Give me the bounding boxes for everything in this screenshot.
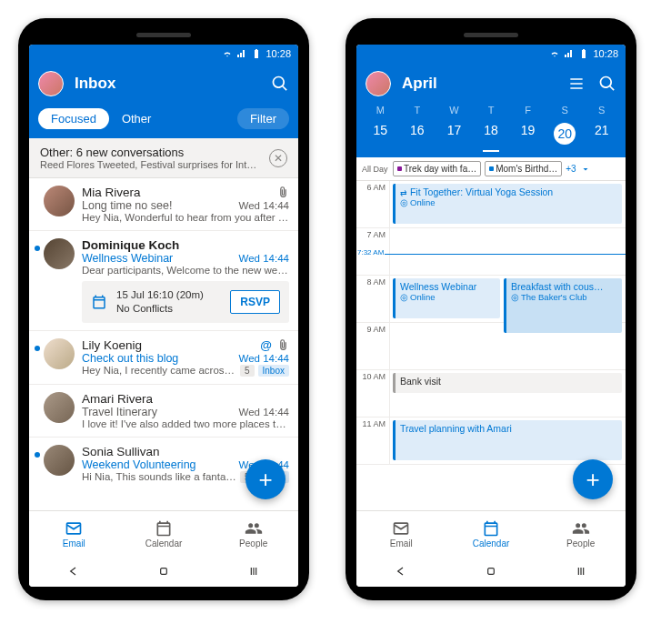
svg-rect-1 bbox=[488, 569, 495, 575]
wifi-icon bbox=[549, 48, 560, 59]
filter-button[interactable]: Filter bbox=[237, 108, 289, 129]
now-indicator: 7:32 AM bbox=[356, 248, 385, 257]
sender-avatar bbox=[44, 392, 75, 423]
nav-people[interactable]: People bbox=[536, 511, 626, 556]
phone-inbox: 10:28 Inbox Focused Other Filter Other: … bbox=[18, 18, 309, 600]
signal-icon bbox=[564, 48, 575, 59]
rsvp-card: 15 Jul 16:10 (20m) No Conflicts RSVP bbox=[82, 281, 289, 323]
page-title: Inbox bbox=[75, 75, 258, 93]
sender-avatar bbox=[44, 338, 75, 369]
dismiss-banner-icon[interactable]: ✕ bbox=[269, 149, 287, 167]
people-icon bbox=[572, 519, 590, 538]
mention-icon: @ bbox=[260, 338, 272, 352]
tab-other[interactable]: Other bbox=[109, 108, 165, 129]
search-icon[interactable] bbox=[271, 75, 289, 93]
email-item[interactable]: Mia Rivera Long time no see! Wed 14:44 H… bbox=[29, 178, 298, 231]
chevron-down-icon[interactable] bbox=[580, 164, 591, 175]
attachment-icon bbox=[277, 186, 289, 198]
profile-avatar[interactable] bbox=[366, 71, 391, 96]
nav-calendar[interactable]: Calendar bbox=[446, 511, 536, 556]
nav-calendar[interactable]: Calendar bbox=[119, 511, 209, 556]
unread-indicator bbox=[35, 246, 40, 251]
allday-row: All Day Trek day with fa… Mom's Birthd… … bbox=[356, 157, 626, 181]
allday-event-chip[interactable]: Trek day with fa… bbox=[393, 161, 481, 176]
status-bar: 10:28 bbox=[356, 45, 626, 63]
nav-email[interactable]: Email bbox=[356, 511, 446, 556]
rsvp-button[interactable]: RSVP bbox=[230, 290, 280, 314]
signal-icon bbox=[236, 48, 247, 59]
home-icon[interactable] bbox=[156, 564, 171, 579]
calendar-event[interactable]: Travel planning with Amari bbox=[393, 420, 622, 460]
email-item[interactable]: Lily Koenig @ Check out this blog Wed 14… bbox=[29, 331, 298, 385]
email-icon bbox=[65, 519, 83, 538]
date-cell[interactable]: 16 bbox=[399, 119, 436, 148]
wifi-icon bbox=[222, 48, 233, 59]
date-cell[interactable]: 17 bbox=[436, 119, 473, 148]
people-icon bbox=[245, 519, 263, 538]
recent-icon[interactable] bbox=[246, 564, 261, 579]
android-nav-bar bbox=[356, 556, 626, 587]
date-cell[interactable]: 15 bbox=[362, 119, 399, 148]
svg-rect-0 bbox=[161, 569, 167, 575]
calendar-icon bbox=[91, 294, 107, 310]
page-title: April bbox=[402, 75, 555, 93]
attachment-icon bbox=[277, 339, 289, 351]
tab-focused[interactable]: Focused bbox=[38, 108, 109, 129]
calendar-event[interactable]: Wellness Webinar ◎ Online bbox=[393, 278, 500, 318]
allday-more[interactable]: +3 bbox=[566, 164, 576, 174]
back-icon[interactable] bbox=[394, 564, 408, 579]
email-item[interactable]: Amari Rivera Travel Itinerary Wed 14:44 … bbox=[29, 385, 298, 438]
status-time: 10:28 bbox=[265, 48, 291, 59]
weekday-row: M T W T F S S bbox=[356, 105, 626, 116]
email-icon bbox=[392, 519, 410, 538]
count-badge: 5 bbox=[240, 365, 255, 377]
folder-badge: Inbox bbox=[258, 365, 289, 377]
profile-avatar[interactable] bbox=[38, 71, 64, 96]
search-icon[interactable] bbox=[598, 75, 616, 93]
sender-avatar bbox=[44, 238, 75, 269]
unread-indicator bbox=[35, 452, 40, 458]
email-item[interactable]: Dominique Koch Wellness Webinar Wed 14:4… bbox=[29, 231, 298, 331]
back-icon[interactable] bbox=[66, 564, 81, 579]
status-time: 10:28 bbox=[593, 48, 618, 59]
nav-email[interactable]: Email bbox=[29, 511, 119, 556]
home-icon[interactable] bbox=[484, 564, 498, 579]
calendar-event[interactable]: Breakfast with cous… ◎ The Baker's Club bbox=[504, 278, 622, 333]
recent-icon[interactable] bbox=[574, 564, 588, 579]
nav-people[interactable]: People bbox=[208, 511, 298, 556]
date-cell[interactable]: 21 bbox=[583, 119, 620, 148]
agenda-view-icon[interactable] bbox=[567, 75, 586, 93]
calendar-icon bbox=[155, 519, 173, 538]
calendar-icon bbox=[482, 519, 500, 538]
date-cell-selected[interactable]: 20 bbox=[546, 119, 584, 148]
new-event-fab[interactable]: + bbox=[573, 459, 613, 499]
phone-calendar: 10:28 April M T W T F S S 15 16 17 bbox=[346, 18, 636, 600]
status-bar: 10:28 bbox=[29, 45, 298, 63]
android-nav-bar bbox=[29, 556, 298, 587]
battery-icon bbox=[578, 48, 589, 59]
other-banner[interactable]: Other: 6 new conversations Reed Flores T… bbox=[29, 138, 298, 178]
date-cell[interactable]: 18 bbox=[473, 119, 510, 148]
sender-avatar bbox=[44, 186, 75, 216]
unread-indicator bbox=[35, 346, 40, 351]
compose-fab[interactable]: + bbox=[245, 459, 285, 499]
sender-avatar bbox=[44, 445, 75, 476]
date-row: 15 16 17 18 19 20 21 bbox=[356, 116, 626, 157]
calendar-event[interactable]: Bank visit bbox=[393, 373, 622, 393]
battery-icon bbox=[251, 48, 262, 59]
allday-event-chip[interactable]: Mom's Birthd… bbox=[485, 161, 562, 176]
date-cell[interactable]: 19 bbox=[509, 119, 546, 148]
calendar-event[interactable]: ⇄ Fit Together: Virtual Yoga Session ◎ O… bbox=[393, 184, 622, 224]
